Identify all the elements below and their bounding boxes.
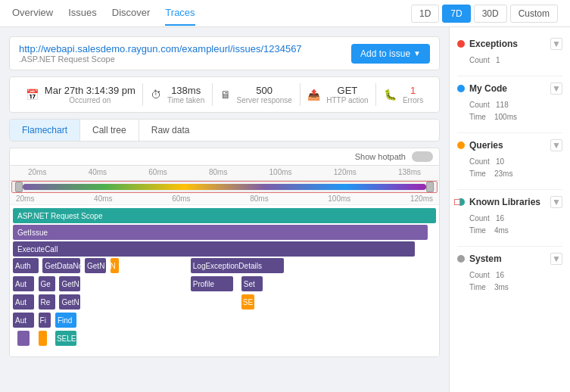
flame-seg-re-3[interactable]: Re (39, 294, 55, 310)
overview-scrollbar[interactable] (11, 181, 438, 193)
flame-seg-getn-1[interactable]: GetN (85, 258, 106, 273)
queries-title: Queries (457, 140, 503, 151)
errors-value: 1 (403, 85, 423, 96)
tab-flamechart[interactable]: Flamechart (10, 120, 80, 141)
stat-divider-4 (375, 83, 376, 106)
flame-seg-n[interactable]: N (111, 258, 119, 273)
exceptions-title: Exceptions (457, 39, 518, 49)
divider-4 (457, 246, 562, 247)
sidebar-section-system: System ▼ Count 16 Time 3ms (457, 250, 562, 297)
mycode-label: My Code (469, 83, 507, 94)
divider-2 (457, 132, 562, 133)
system-time: Time 3ms (469, 282, 562, 294)
sidebar-section-mycode: My Code ▼ Count 118 Time 100ms (457, 79, 562, 126)
queries-header[interactable]: Queries ▼ (457, 136, 562, 154)
exceptions-detail: Count 1 (457, 53, 562, 70)
scroll-track[interactable] (23, 184, 426, 190)
tab-call-tree[interactable]: Call tree (80, 120, 139, 141)
flame-seg-sele-5[interactable]: SELE (55, 331, 76, 346)
error-icon: 🐛 (384, 89, 397, 101)
nav-issues[interactable]: Issues (68, 1, 97, 26)
server-response-value: 500 (237, 85, 292, 96)
knownlibs-title: Known Libraries (457, 197, 540, 207)
knownlibs-label: Known Libraries (469, 197, 540, 207)
nav-items: Overview Issues Discover Traces (12, 1, 195, 26)
calendar-icon: 📅 (26, 89, 39, 101)
flame-seg-logexception[interactable]: LogExceptionDetails (191, 258, 284, 273)
sidebar-section-queries: Queries ▼ Count 10 Time 23ms (457, 136, 562, 183)
tab-raw-data[interactable]: Raw data (139, 120, 202, 141)
time-30d-button[interactable]: 30D (474, 5, 507, 23)
flame-seg-fi-4[interactable]: Fi (39, 313, 51, 328)
stat-occurred-on: 📅 Mar 27th 3:14:39 pm Occurred on (26, 85, 135, 104)
stats-row: 📅 Mar 27th 3:14:39 pm Occurred on ⏱ 138m… (9, 76, 440, 113)
flame-seg-ge-2[interactable]: Ge (39, 276, 55, 291)
exceptions-color-dot (457, 40, 465, 48)
time-7d-button[interactable]: 7D (442, 5, 470, 23)
mycode-collapse-button[interactable]: ▼ (550, 82, 562, 95)
hotpath-toggle[interactable] (412, 151, 433, 162)
sidebar-section-knownlibs-wrapper: Known Libraries ▼ Count 16 Time 4ms (457, 193, 562, 240)
queries-collapse-button[interactable]: ▼ (550, 139, 562, 151)
queries-detail: Count 10 Time 23ms (457, 154, 562, 183)
flame-seg-purple-5[interactable] (17, 331, 30, 346)
exceptions-header[interactable]: Exceptions ▼ (457, 35, 562, 53)
flame-seg-aut-2[interactable]: Aut (13, 276, 34, 291)
nav-traces[interactable]: Traces (165, 1, 195, 26)
time-taken-value: 138ms (167, 85, 204, 96)
divider-1 (457, 76, 562, 76)
flame-seg-auth[interactable]: Auth (13, 258, 39, 273)
knownlibs-time: Time 4ms (469, 225, 562, 237)
flame-seg-aut-3[interactable]: Aut (13, 294, 34, 310)
system-collapse-button[interactable]: ▼ (550, 253, 562, 265)
nav-discover[interactable]: Discover (112, 1, 151, 26)
flame-seg-profile[interactable]: Profile (191, 276, 233, 291)
mycode-header[interactable]: My Code ▼ (457, 79, 562, 98)
flame-seg-orange-5[interactable] (39, 331, 47, 346)
knownlibs-header[interactable]: Known Libraries ▼ (457, 193, 562, 211)
knownlibs-collapse-button[interactable]: ▼ (550, 196, 562, 208)
flame-bar-aspnet[interactable]: ASP.NET Request Scope (13, 208, 436, 223)
exceptions-collapse-button[interactable]: ▼ (550, 38, 562, 50)
queries-color-dot (457, 142, 465, 149)
system-detail: Count 16 Time 3ms (457, 268, 562, 297)
stat-divider-2 (212, 83, 213, 106)
flame-seg-getdatano[interactable]: GetDataNo (42, 258, 80, 273)
flamechart-container: Show hotpath 20ms 40ms 60ms 80ms 100ms 1… (9, 148, 440, 357)
flamechart-header: Show hotpath (10, 148, 439, 166)
time-1d-button[interactable]: 1D (411, 5, 439, 23)
knownlibs-count: Count 16 (469, 213, 562, 225)
flame-seg-set[interactable]: Set (241, 276, 263, 291)
main-content: http://webapi.salesdemo.raygun.com/examp… (0, 27, 570, 392)
flame-bar-executecall[interactable]: ExecuteCall (13, 241, 415, 257)
time-custom-button[interactable]: Custom (510, 5, 558, 23)
flame-seg-se[interactable]: SE (241, 294, 254, 310)
queries-time: Time 23ms (469, 168, 562, 180)
trace-scope: .ASP.NET Request Scope (19, 54, 302, 64)
add-to-issue-button[interactable]: Add to issue ▼ (351, 44, 430, 64)
url-info: http://webapi.salesdemo.raygun.com/examp… (19, 43, 302, 64)
nav-overview[interactable]: Overview (12, 1, 53, 26)
occurred-on-value: Mar 27th 3:14:39 pm (45, 85, 135, 96)
stat-server-response: 🖥 500 Server response (220, 85, 292, 104)
trace-url[interactable]: http://webapi.salesdemo.raygun.com/examp… (19, 43, 302, 54)
stat-errors: 🐛 1 Errors (384, 85, 423, 104)
view-tabs: Flamechart Call tree Raw data (9, 119, 440, 142)
flame-seg-find-4[interactable]: Find (55, 313, 76, 328)
knownlibs-detail: Count 16 Time 4ms (457, 211, 562, 240)
sidebar-section-exceptions: Exceptions ▼ Count 1 (457, 35, 562, 70)
flame-seg-getn-3[interactable]: GetN (59, 294, 80, 310)
mycode-time: Time 100ms (469, 111, 562, 123)
scroll-left-handle[interactable] (15, 182, 23, 192)
scroll-right-handle[interactable] (426, 182, 434, 192)
knownlibs-collapse-indicator[interactable] (454, 199, 460, 205)
flame-bar-getissue[interactable]: GetIssue (13, 225, 428, 240)
system-color-dot (457, 255, 465, 263)
system-label: System (469, 254, 502, 264)
flame-seg-getn-2[interactable]: GetN (59, 276, 80, 291)
flame-row-getissue: GetIssue (13, 225, 436, 240)
time-range-buttons: 1D 7D 30D Custom (411, 5, 558, 23)
flame-area: ASP.NET Request Scope GetIssue ExecuteCa… (10, 205, 439, 356)
system-header[interactable]: System ▼ (457, 250, 562, 268)
flame-seg-aut-4[interactable]: Aut (13, 313, 34, 328)
